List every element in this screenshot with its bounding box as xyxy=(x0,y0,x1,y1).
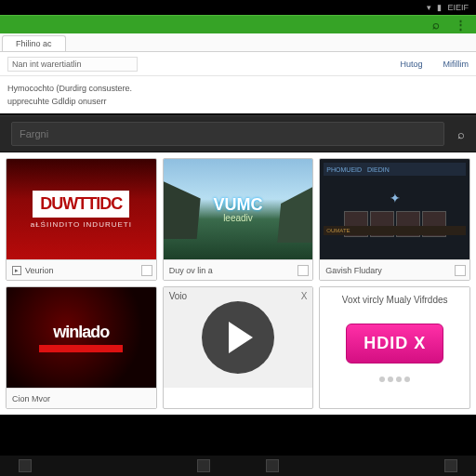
card-caption: Gavish Fludary xyxy=(320,259,469,280)
thumbnail: winlado xyxy=(7,287,156,388)
toolbar-link-2[interactable]: Mifillim xyxy=(443,60,469,69)
thumb-title: Voxt vircly Mualy Vifrddes xyxy=(342,295,448,305)
url-input[interactable] xyxy=(7,57,138,72)
thumbnail: PHOMUEID DIEDIN ✦ OUMATE xyxy=(320,159,469,259)
breadcrumb-area: Hymocochto (Durdirg consustere. upprecuh… xyxy=(0,76,476,113)
thumb-logo: winlado xyxy=(53,323,109,342)
expand-icon[interactable] xyxy=(455,265,466,276)
hd-button[interactable]: HDID X xyxy=(346,324,443,364)
browser-toolbar: ⌕ ⋮ xyxy=(0,15,476,33)
status-label: EIEIF xyxy=(447,3,469,12)
signal-icon: ▾ xyxy=(427,3,431,12)
thumbnail: Voio X xyxy=(164,287,313,388)
thumb-subtitle: aŁŚIINDITO INDURUETI xyxy=(31,220,132,229)
card-caption: ▸ Veurion xyxy=(7,259,156,280)
caption-text: Duy ov lin a xyxy=(169,266,213,275)
nav-back-icon[interactable] xyxy=(19,459,32,472)
star-icon: ✦ xyxy=(390,191,401,205)
thumb-top-label: Voio xyxy=(169,291,187,301)
card-caption: Cion Mvor xyxy=(7,388,156,408)
thumb-band: OUMATE xyxy=(324,226,466,235)
close-icon[interactable]: X xyxy=(301,291,308,301)
nav-home-icon[interactable] xyxy=(197,459,210,472)
play-icon[interactable]: ▸ xyxy=(12,266,21,275)
toolbar-link-1[interactable]: Hutog xyxy=(400,60,422,69)
thumb-subtitle: leeadiv xyxy=(223,213,253,223)
search-icon[interactable]: ⌕ xyxy=(432,18,440,32)
decor-bar xyxy=(39,345,123,352)
thumb-topbar: PHOMUEID DIEDIN xyxy=(324,163,466,176)
thumbnail: VUMC leeadiv xyxy=(164,159,313,259)
status-bar: ▾ ▮ EIEIF xyxy=(0,0,476,15)
menu-icon[interactable]: ⋮ xyxy=(455,18,467,32)
thumb-logo: DUWTTIDC xyxy=(33,191,129,218)
thumb-top-a: PHOMUEID xyxy=(326,166,362,173)
video-card[interactable]: PHOMUEID DIEDIN ✦ OUMATE Gavish Fludary xyxy=(319,158,470,281)
crumb-line-1[interactable]: Hymocochto (Durdirg consustere. xyxy=(7,82,469,95)
video-card[interactable]: winlado Cion Mvor xyxy=(6,286,157,409)
browser-tab[interactable]: Fhilino ac xyxy=(2,35,66,51)
search-input[interactable] xyxy=(11,122,444,146)
nav-extra-icon[interactable] xyxy=(444,459,457,472)
video-card[interactable]: Voio X xyxy=(163,286,314,409)
play-icon xyxy=(229,322,253,353)
decor xyxy=(164,181,201,239)
tab-strip: Fhilino ac xyxy=(0,33,476,52)
address-bar: Hutog Mifillim xyxy=(0,52,476,76)
search-bar: ⌕ xyxy=(0,115,476,152)
system-nav-bar xyxy=(0,456,476,476)
expand-icon[interactable] xyxy=(141,265,152,276)
nav-recent-icon[interactable] xyxy=(266,459,279,472)
battery-icon: ▮ xyxy=(437,3,442,12)
video-card[interactable]: DUWTTIDC aŁŚIINDITO INDURUETI ▸ Veurion xyxy=(6,158,157,281)
card-grid: DUWTTIDC aŁŚIINDITO INDURUETI ▸ Veurion … xyxy=(0,152,476,415)
video-card[interactable]: Voxt vircly Mualy Vifrddes HDID X xyxy=(319,286,470,409)
caption-text: Cion Mvor xyxy=(12,394,50,403)
video-card[interactable]: VUMC leeadiv Duy ov lin a xyxy=(163,158,314,281)
thumbnail: DUWTTIDC aŁŚIINDITO INDURUETI xyxy=(7,159,156,259)
search-icon[interactable]: ⌕ xyxy=(457,127,465,141)
pager-dots xyxy=(379,377,410,382)
thumb-logo: VUMC xyxy=(213,195,262,215)
caption-text: Gavish Fludary xyxy=(325,266,382,275)
card-caption: Duy ov lin a xyxy=(164,259,313,280)
thumbnail: Voxt vircly Mualy Vifrddes HDID X xyxy=(320,287,469,388)
decor xyxy=(277,187,312,243)
crumb-line-2[interactable]: upprecuhte Gdldip onuserr xyxy=(7,95,469,108)
play-button[interactable] xyxy=(202,301,274,374)
caption-text: Veurion xyxy=(25,266,54,275)
expand-icon[interactable] xyxy=(298,265,309,276)
thumb-top-b: DIEDIN xyxy=(367,166,390,173)
